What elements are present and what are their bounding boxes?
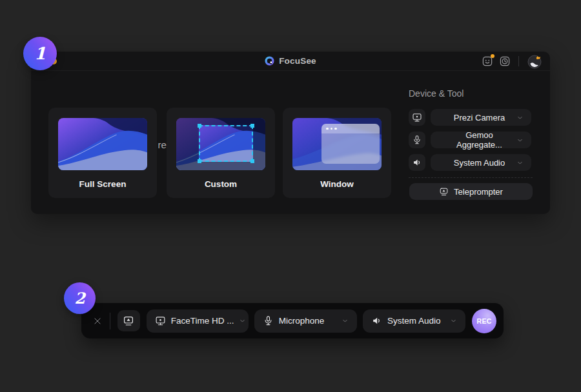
device-tool-divider <box>409 177 533 178</box>
system-audio-select-value: System Audio <box>442 158 516 168</box>
camera-select[interactable]: Prezi Camera <box>431 109 531 126</box>
close-toolbar-button[interactable] <box>89 313 106 329</box>
chevron-down-icon <box>239 317 246 324</box>
teleprompter-button[interactable]: Teleprompter <box>409 183 533 200</box>
microphone-device-button[interactable] <box>409 132 425 148</box>
mode-label-custom: Custom <box>205 179 237 189</box>
microphone-select[interactable]: Gemoo Aggregate... <box>431 132 531 148</box>
custom-thumbnail <box>176 118 265 170</box>
window-dot-icon <box>334 128 337 130</box>
window-thumbnail <box>292 118 382 170</box>
window-dot-icon <box>331 128 333 130</box>
account-avatar[interactable] <box>527 54 542 69</box>
window-dot-icon <box>326 128 329 130</box>
system-audio-device-button[interactable] <box>409 154 425 171</box>
mode-label-full-screen: Full Screen <box>79 179 127 189</box>
titlebar-divider <box>518 56 519 66</box>
teleprompter-icon <box>439 187 449 197</box>
microphone-icon <box>263 315 274 326</box>
mode-label-window: Window <box>320 179 354 189</box>
teleprompter-toggle-button[interactable] <box>117 310 140 331</box>
camera-display-icon <box>155 315 166 326</box>
full-screen-thumbnail <box>58 118 147 170</box>
microphone-select-value: Gemoo Aggregate... <box>442 130 516 150</box>
chevron-down-icon <box>341 317 349 324</box>
frosted-window-graphic <box>321 124 380 164</box>
teleprompter-icon <box>123 315 134 327</box>
frosted-window-header <box>321 124 380 133</box>
device-tool-title: Device & Tool <box>409 88 464 99</box>
record-button[interactable]: REC <box>472 309 496 333</box>
camera-display-icon <box>412 112 422 122</box>
toolbar-system-audio-value: System Audio <box>387 316 445 326</box>
selection-handle-top-right[interactable] <box>250 124 254 128</box>
focusee-logo-icon <box>265 56 274 66</box>
teleprompter-label: Teleprompter <box>454 187 503 197</box>
toolbar-camera-select[interactable]: FaceTime HD ... <box>147 309 249 333</box>
step-badge-1: 1 <box>23 37 57 70</box>
toolbar-divider <box>110 313 110 329</box>
chevron-down-icon <box>516 159 524 166</box>
feedback-icon[interactable] <box>482 55 493 67</box>
history-icon[interactable] <box>499 55 511 67</box>
camera-device-button[interactable] <box>409 109 425 126</box>
mode-card-full-screen[interactable]: Full Screen <box>48 108 157 198</box>
custom-selection-box[interactable] <box>199 125 253 162</box>
mode-card-custom[interactable]: Custom <box>167 108 275 198</box>
step-badge-2: 2 <box>64 282 96 314</box>
toolbar-microphone-value: Microphone <box>279 316 336 326</box>
toolbar-camera-value: FaceTime HD ... <box>171 316 234 326</box>
microphone-icon <box>412 135 422 145</box>
selection-handle-bottom-right[interactable] <box>250 159 254 163</box>
app-title-group: FocuSee <box>265 56 316 66</box>
camera-select-value: Prezi Camera <box>442 113 516 122</box>
selection-handle-bottom-left[interactable] <box>198 159 201 163</box>
selection-handle-top-left[interactable] <box>198 124 201 128</box>
app-title: FocuSee <box>279 56 316 66</box>
speaker-icon <box>371 315 382 326</box>
recording-toolbar: FaceTime HD ... Microphone System Audio … <box>81 303 504 338</box>
toolbar-microphone-select[interactable]: Microphone <box>254 309 357 333</box>
notification-dot <box>491 54 494 58</box>
chevron-down-icon <box>516 137 524 144</box>
speaker-icon <box>412 157 422 168</box>
toolbar-system-audio-select[interactable]: System Audio <box>363 309 465 333</box>
chevron-down-icon <box>450 317 457 324</box>
system-audio-select[interactable]: System Audio <box>431 154 531 171</box>
close-icon <box>93 317 102 326</box>
mode-card-window[interactable]: Window <box>283 108 391 198</box>
titlebar: FocuSee <box>31 52 550 71</box>
chevron-down-icon <box>516 114 524 121</box>
